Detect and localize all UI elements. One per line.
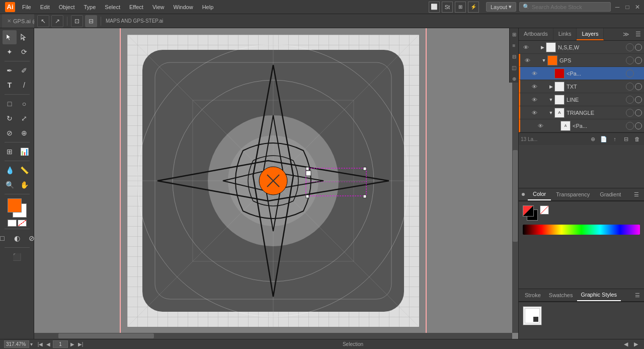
prev-page-btn[interactable]: ◀ <box>45 341 52 348</box>
layer-target-triangle[interactable] <box>635 109 642 116</box>
layer-lock-txt[interactable] <box>539 83 547 91</box>
layer-lock-path1[interactable] <box>539 69 547 78</box>
color-panel-menu[interactable]: ☰ <box>632 189 641 200</box>
layer-nsew[interactable]: 👁 ▶ N,S,E,W <box>519 41 644 54</box>
layer-expand-txt[interactable]: ▶ <box>547 84 554 89</box>
gradient-tab[interactable]: Gradient <box>595 189 626 200</box>
layers-tab[interactable]: Layers <box>577 28 604 40</box>
stock-search-box[interactable]: 🔍 <box>519 2 611 12</box>
layer-lock-triangle[interactable] <box>539 109 547 117</box>
menu-effect[interactable]: Effect <box>125 2 147 12</box>
swap-colors-btn[interactable] <box>18 220 27 227</box>
toolbar-icon-2[interactable]: St <box>442 2 453 13</box>
template-btn[interactable]: ⊟ <box>621 134 631 144</box>
properties-icon[interactable]: ⊞ <box>510 30 518 38</box>
graph-tool[interactable]: 📊 <box>17 145 31 159</box>
make-sublayer-btn[interactable]: ⊕ <box>588 134 598 144</box>
last-page-btn[interactable]: ▶| <box>77 341 84 348</box>
selection-tool-btn[interactable]: ↖ <box>37 15 49 27</box>
layer-radio-triangle[interactable] <box>626 109 634 117</box>
page-input[interactable] <box>53 340 68 348</box>
layer-vis-nsew[interactable]: 👁 <box>521 42 531 52</box>
new-layer-btn[interactable]: 📄 <box>599 134 609 144</box>
magic-wand-tool[interactable]: ✦ <box>3 45 17 59</box>
minimize-button[interactable]: ─ <box>614 4 621 11</box>
layer-lock-nsew[interactable] <box>531 43 539 51</box>
libraries-icon[interactable]: ≡ <box>510 41 518 49</box>
panel-menu-icon[interactable]: ☰ <box>632 28 644 40</box>
menu-file[interactable]: File <box>18 2 35 12</box>
rectangle-tool[interactable]: □ <box>3 97 17 111</box>
layer-vis-line[interactable]: 👁 <box>529 95 539 105</box>
layer-gps[interactable]: 👁 ▼ GPS <box>519 54 644 67</box>
align-btn[interactable]: ⊟ <box>85 15 97 27</box>
transform-btn[interactable]: ⊡ <box>71 15 83 27</box>
rotate-tool[interactable]: ↻ <box>3 111 17 125</box>
toolbar-icon-1[interactable]: ⬜ <box>429 2 440 13</box>
layer-expand-line[interactable]: ▼ <box>547 97 554 102</box>
restore-button[interactable]: □ <box>624 4 631 11</box>
default-colors-btn[interactable] <box>8 220 17 227</box>
warp-tool[interactable]: ⊘ <box>3 126 17 140</box>
delete-layer-btn[interactable]: 🗑 <box>632 134 642 144</box>
status-arrow-right[interactable]: ▶ <box>632 340 640 348</box>
menu-window[interactable]: Window <box>170 2 197 12</box>
transparency-tab[interactable]: Transparency <box>551 189 595 200</box>
hand-tool[interactable]: ✋ <box>17 178 31 192</box>
close-button[interactable]: ✕ <box>634 4 641 11</box>
layer-txt[interactable]: 👁 ▶ TXT <box>519 80 644 93</box>
direct-selection-tool[interactable] <box>17 30 31 44</box>
menu-select[interactable]: Select <box>101 2 124 12</box>
transform-icon[interactable]: ◫ <box>510 63 518 72</box>
layer-path2[interactable]: 👁 A <Pa... <box>519 119 644 132</box>
align-icon[interactable]: ⊟ <box>510 52 518 60</box>
layer-radio-txt[interactable] <box>626 83 634 91</box>
horizontal-scroll-thumb[interactable] <box>58 333 154 338</box>
toolbar-icon-3[interactable]: ⊞ <box>455 2 466 13</box>
panel-expand-icon[interactable]: ≫ <box>620 28 632 40</box>
artboard-tool[interactable]: ⬛ <box>10 250 24 264</box>
tab-close-gps[interactable]: ✕ <box>7 18 11 24</box>
zoom-dropdown-icon[interactable]: ▾ <box>30 341 33 347</box>
vertical-scroll-thumb[interactable] <box>513 150 518 242</box>
layer-vis-path2[interactable]: 👁 <box>535 121 545 131</box>
color-spectrum-bar[interactable] <box>523 225 640 235</box>
layer-radio-gps[interactable] <box>626 56 634 64</box>
zoom-tool[interactable]: 🔍 <box>3 178 17 192</box>
next-page-btn[interactable]: ▶ <box>69 341 76 348</box>
direct-select-btn[interactable]: ↗ <box>51 15 63 27</box>
fill-mode-btn[interactable]: □ <box>0 231 10 245</box>
layer-target-gps[interactable] <box>635 57 642 64</box>
horizontal-scrollbar[interactable] <box>34 333 512 339</box>
layer-vis-path1[interactable]: 👁 <box>529 68 539 79</box>
first-page-btn[interactable]: |◀ <box>37 341 44 348</box>
scale-tool[interactable]: ⤢ <box>17 111 31 125</box>
curvature-tool[interactable]: ✐ <box>17 63 31 78</box>
artboards-tab[interactable]: Artboards <box>519 28 553 40</box>
layer-radio-nsew[interactable] <box>626 43 634 51</box>
layer-target-path2[interactable] <box>635 122 642 129</box>
menu-help[interactable]: Help <box>198 2 218 12</box>
swatches-tab[interactable]: Swatches <box>545 290 577 301</box>
graphic-style-default[interactable] <box>523 306 542 325</box>
ellipse-tool[interactable]: ○ <box>17 97 31 111</box>
zoom-input[interactable] <box>4 340 29 348</box>
gradient-mode-btn[interactable]: ◐ <box>10 231 24 245</box>
styles-panel-menu[interactable]: ☰ <box>633 290 642 301</box>
line-tool[interactable]: / <box>17 78 31 92</box>
menu-view[interactable]: View <box>148 2 169 12</box>
stock-search-input[interactable] <box>532 4 607 10</box>
stroke-tab[interactable]: Stroke <box>521 290 545 301</box>
layer-line[interactable]: 👁 ▼ LINE <box>519 93 644 106</box>
lasso-tool[interactable]: ⟳ <box>17 45 31 59</box>
layer-triangle[interactable]: 👁 ▼ A TRIANGLE <box>519 106 644 119</box>
fg-color-box[interactable] <box>523 205 534 217</box>
menu-type[interactable]: Type <box>80 2 100 12</box>
width-tool[interactable]: ⊕ <box>17 126 31 140</box>
layer-lock-line[interactable] <box>539 96 547 104</box>
layer-vis-gps[interactable]: 👁 <box>522 55 532 65</box>
toolbar-icon-4[interactable]: ⚡ <box>468 2 479 13</box>
eyedropper-tool[interactable]: 💧 <box>3 163 17 177</box>
move-to-layer-btn[interactable]: ↑ <box>610 134 620 144</box>
layer-vis-txt[interactable]: 👁 <box>529 82 539 92</box>
